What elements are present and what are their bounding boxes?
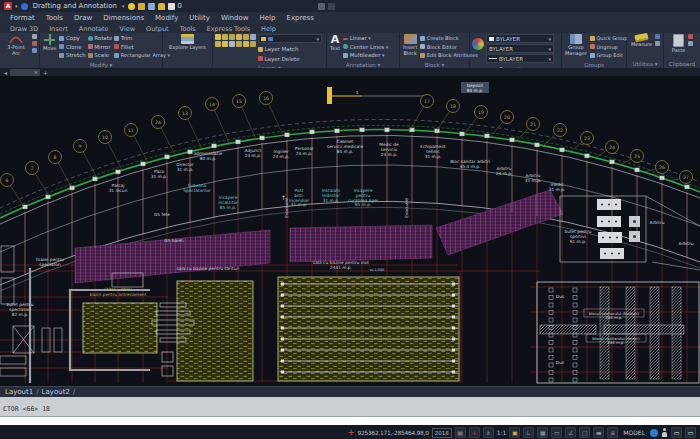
tab-layout2[interactable]: Layout2	[42, 388, 70, 396]
menu-tools[interactable]: Tools	[46, 14, 63, 22]
drafting-settings-icon[interactable]: ▤	[455, 427, 466, 438]
snap-marker-icon[interactable]: +	[469, 427, 480, 438]
color-wheel-icon[interactable]	[472, 38, 484, 50]
bulb-icon[interactable]	[128, 3, 135, 10]
color-dropdown[interactable]: BYLAYER ▾	[486, 34, 554, 43]
paste-button[interactable]: Paste	[671, 34, 687, 54]
model-space-toggle[interactable]: MODEL	[623, 429, 645, 436]
move-button[interactable]: Move	[42, 34, 57, 52]
tab-output[interactable]: Output	[146, 25, 169, 33]
object-snap-icon[interactable]: □	[579, 427, 590, 438]
quick-group-button[interactable]: Quick Group	[590, 34, 627, 43]
trim-button[interactable]: Trim	[114, 34, 170, 43]
window-icon[interactable]	[328, 3, 335, 10]
app-logo-icon[interactable]: A	[4, 2, 12, 10]
dynamic-ucs-icon[interactable]: ∟	[523, 427, 534, 438]
close-tab-icon[interactable]: ×	[34, 69, 38, 75]
group-edit-button[interactable]: Group Edit	[590, 51, 627, 60]
fillet-button[interactable]: Fillet	[114, 43, 170, 52]
group-manager-button[interactable]: Group Manager	[564, 34, 588, 56]
lock-icon[interactable]	[158, 3, 165, 10]
multileader-button[interactable]: Multileader▾	[343, 51, 397, 60]
workspace-switcher[interactable]: Drafting and Annotation	[33, 2, 117, 10]
autosnap-icon[interactable]: ▣	[509, 427, 520, 438]
polar-tracking-icon[interactable]: ∠	[565, 427, 576, 438]
clean-screen-icon[interactable]: ▭	[671, 427, 682, 438]
center-lines-button[interactable]: Center Lines▾	[343, 43, 397, 52]
command-input[interactable]	[0, 416, 700, 425]
ungroup-button[interactable]: Ungroup	[590, 43, 627, 52]
groups-panel-label[interactable]: Groups	[562, 61, 626, 69]
layout-icon[interactable]	[148, 3, 155, 10]
rotate-button[interactable]: Rotate	[88, 34, 113, 43]
text-button[interactable]: A Text	[329, 34, 341, 52]
tab-draw-3d[interactable]: Draw 3D	[10, 25, 38, 33]
utilities-panel-label[interactable]: Utilities ▾	[627, 60, 663, 68]
layer-match-button[interactable]: Layer Match	[258, 45, 324, 54]
tab-express-tools[interactable]: Express Tools	[207, 25, 250, 33]
command-window[interactable]: CTOR <66> 18	[0, 397, 700, 425]
properties-panel-label[interactable]: Properties ▾	[470, 65, 561, 68]
drawing-file-tab[interactable]: ×	[10, 69, 40, 76]
three-point-arc-button[interactable]: 3-Point Arc	[2, 34, 30, 56]
annotation-panel-label[interactable]: Annotation ▾	[327, 61, 399, 69]
tab-tools[interactable]: Tools	[180, 25, 196, 33]
render-icon[interactable]	[318, 3, 325, 10]
cut-icon[interactable]	[688, 34, 693, 39]
tab-annotate[interactable]: Annotate	[79, 25, 109, 33]
annotation-scale-badge[interactable]: 2018	[432, 428, 452, 438]
lineweight-display-icon[interactable]: ▬	[593, 427, 604, 438]
viewport-scale[interactable]: 1:1	[497, 429, 507, 436]
hatch-tool-icon[interactable]	[32, 48, 37, 53]
menu-help[interactable]: Help	[259, 14, 275, 22]
insert-block-button[interactable]: Insert Block	[402, 34, 418, 56]
menu-dimensions[interactable]: Dimensions	[103, 14, 144, 22]
menu-utility[interactable]: Utility	[189, 14, 210, 22]
layers-panel-label[interactable]: Layers ▾	[213, 64, 326, 68]
lineweight-dropdown[interactable]: BYLAYER ▾	[486, 54, 554, 63]
clipboard-panel-label[interactable]: Clipboard	[664, 60, 700, 68]
rectangular-array-button[interactable]: Rectangular Array▾	[114, 51, 170, 60]
layer-dropdown[interactable]: ▾	[258, 34, 322, 43]
modify-panel-label[interactable]: Modify ▾	[40, 61, 162, 69]
menu-window[interactable]: Window	[221, 14, 249, 22]
tab-layout1[interactable]: Layout1	[5, 388, 33, 396]
copy-clip-icon[interactable]	[688, 41, 693, 46]
copy-button[interactable]: Copy	[59, 34, 85, 43]
quick-access-dropdown-icon[interactable]: ▾	[15, 3, 18, 9]
menu-modify[interactable]: Modify	[155, 14, 178, 22]
block-panel-label[interactable]: Block ▾	[400, 61, 469, 69]
menu-format[interactable]: Format	[10, 14, 35, 22]
clone-button[interactable]: Clone	[59, 43, 85, 52]
linetype-dropdown[interactable]: BYLAYER ▾	[486, 44, 554, 53]
explore-layers-button[interactable]: Explore Layers	[168, 34, 207, 51]
menu-draw[interactable]: Draw	[74, 14, 92, 22]
tab-help[interactable]: Help	[261, 25, 276, 33]
id-point-icon[interactable]	[655, 34, 660, 39]
quick-calc-icon[interactable]	[655, 41, 660, 46]
isodraft-icon[interactable]: ∧	[483, 427, 494, 438]
scale-button[interactable]: Scale	[88, 51, 113, 60]
mirror-button[interactable]: Mirror	[88, 43, 113, 52]
stretch-button[interactable]: Stretch	[59, 51, 85, 60]
tab-scroll-left-icon[interactable]: ◂	[4, 69, 7, 76]
workspace-dropdown-icon[interactable]: ▾	[122, 3, 125, 9]
sun-icon[interactable]	[138, 3, 145, 10]
grid-display-icon[interactable]: ▦	[537, 427, 548, 438]
sheet-icon[interactable]	[168, 3, 175, 10]
menu-express[interactable]: Express	[286, 14, 313, 22]
circle-tool-icon[interactable]	[32, 41, 37, 46]
rectangle-tool-icon[interactable]	[32, 34, 37, 39]
tab-view[interactable]: View	[120, 25, 135, 33]
drawing-canvas[interactable]: ↑ 678910112A1314151617181920212223242526…	[0, 76, 700, 386]
layer-delete-button[interactable]: Layer Delete	[258, 55, 324, 64]
new-tab-button[interactable]: +	[43, 69, 48, 76]
ortho-mode-icon[interactable]: ▭	[551, 427, 562, 438]
linear-dimension-button[interactable]: Linear▾	[343, 34, 397, 43]
measure-button[interactable]: Measure	[630, 34, 653, 48]
fullscreen-icon[interactable]: ▭	[685, 427, 696, 438]
tab-insert[interactable]: Insert	[49, 25, 68, 33]
user-account-icon[interactable]	[661, 428, 668, 437]
layer-tools-grid[interactable]	[215, 34, 256, 47]
selection-cycling-icon[interactable]: ≡	[607, 427, 618, 438]
